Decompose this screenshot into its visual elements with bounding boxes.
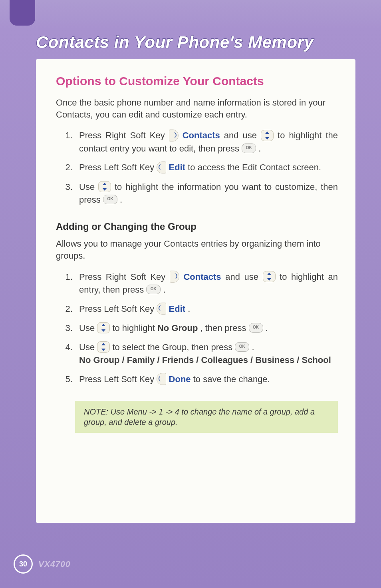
footer: 30 VX4700 — [14, 554, 71, 574]
step-2: Press Left Soft Key Edit to access the E… — [75, 161, 338, 174]
text: to select the Group, then press — [112, 342, 235, 352]
text: Press Right Soft Key — [79, 272, 170, 282]
text: . — [266, 323, 268, 333]
nav-up-down-icon — [263, 271, 276, 282]
page-number-badge: 30 — [14, 554, 33, 574]
group-options: No Group / Family / Friends / Colleagues… — [79, 355, 331, 365]
text: Press Left Soft Key — [79, 374, 157, 384]
step2-2: Press Left Soft Key Edit . — [75, 303, 338, 315]
step2-5: Press Left Soft Key Done to save the cha… — [75, 373, 338, 386]
left-soft-key-icon — [157, 373, 166, 385]
text: . — [258, 144, 261, 153]
step2-1: Press Right Soft Key Contacts and use to… — [75, 271, 338, 296]
note-label: NOTE: — [84, 407, 111, 416]
note-body: Use Menu -> 1 -> 4 to change the name of… — [84, 407, 315, 427]
section-title: Options to Customize Your Contacts — [56, 74, 338, 88]
text: Use — [79, 323, 97, 333]
text: to save the change. — [193, 374, 270, 384]
text: Press Left Soft Key — [79, 304, 157, 314]
text: and use — [225, 272, 262, 282]
text: and use — [224, 130, 261, 140]
subsection-intro: Allows you to manage your Contacts entri… — [56, 238, 338, 261]
contacts-label: Contacts — [183, 272, 221, 282]
intro-text: Once the basic phone number and name inf… — [56, 97, 338, 120]
nav-up-down-icon — [98, 181, 111, 192]
done-label: Done — [169, 374, 191, 384]
text: to access the Edit Contact screen. — [188, 162, 321, 172]
chapter-title: Contacts in Your Phone's Memory — [36, 33, 314, 52]
steps-list-2: Press Right Soft Key Contacts and use to… — [56, 271, 338, 386]
edit-label: Edit — [169, 162, 186, 172]
nav-up-down-icon — [97, 341, 110, 353]
steps-list-1: Press Right Soft Key Contacts and use to… — [56, 129, 338, 206]
content-panel: Options to Customize Your Contacts Once … — [36, 59, 355, 523]
text: . — [252, 342, 254, 352]
contacts-label: Contacts — [183, 130, 220, 140]
text: Use — [79, 182, 98, 192]
ok-key-icon: OK — [235, 342, 249, 352]
model-label: VX4700 — [38, 559, 71, 569]
subsection-title: Adding or Changing the Group — [56, 221, 338, 232]
step-1: Press Right Soft Key Contacts and use to… — [75, 129, 338, 155]
left-soft-key-icon — [157, 303, 166, 315]
right-soft-key-icon — [169, 130, 179, 142]
left-soft-key-icon — [157, 161, 166, 173]
nav-up-down-icon — [261, 130, 274, 141]
right-soft-key-icon — [170, 271, 179, 283]
text: to highlight the information you want to… — [79, 182, 338, 205]
text: . — [163, 285, 165, 295]
page: Contacts in Your Phone's Memory Options … — [0, 0, 381, 588]
nav-up-down-icon — [97, 322, 110, 333]
step2-3: Use to highlight No Group , then press O… — [75, 322, 338, 335]
text: Press Left Soft Key — [79, 162, 157, 172]
ok-key-icon: OK — [146, 285, 161, 294]
ok-key-icon: OK — [242, 144, 256, 153]
text: , then press — [200, 323, 248, 333]
ok-key-icon: OK — [103, 195, 117, 204]
ok-key-icon: OK — [249, 323, 263, 333]
corner-tab — [10, 0, 35, 26]
text: Press Right Soft Key — [79, 130, 169, 140]
edit-label: Edit — [169, 304, 186, 314]
note-box: NOTE: Use Menu -> 1 -> 4 to change the n… — [75, 401, 338, 433]
no-group-label: No Group — [157, 323, 198, 333]
step2-4: Use to select the Group, then press OK .… — [75, 341, 338, 367]
step-3: Use to highlight the information you wan… — [75, 181, 338, 206]
text: . — [120, 195, 122, 205]
text: . — [188, 304, 190, 314]
text: Use — [79, 342, 97, 352]
text: to highlight — [112, 323, 157, 333]
